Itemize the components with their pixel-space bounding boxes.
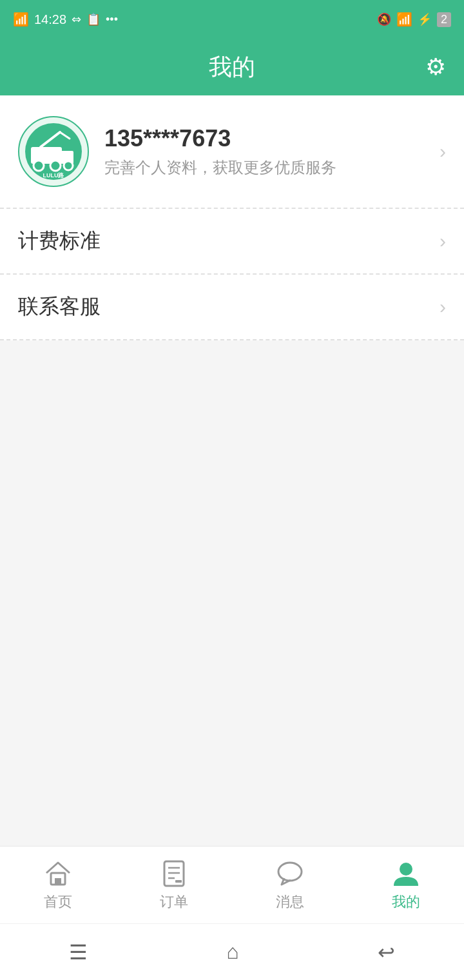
tab-orders-label: 订单 (160, 892, 188, 912)
svg-text:LULU路: LULU路 (43, 172, 65, 179)
profile-arrow: › (440, 141, 446, 162)
profile-icon (391, 859, 421, 888)
bottom-navigation: 首页 订单 消息 我的 (0, 846, 464, 923)
messages-icon (275, 859, 305, 888)
svg-point-5 (34, 161, 44, 171)
status-bar-left: 📶 14:28 ⇔ 📋 ••• (13, 12, 118, 27)
sys-home-button[interactable]: ⌂ (207, 934, 258, 970)
charge-icon: ⚡ (418, 12, 432, 26)
svg-point-7 (64, 161, 73, 170)
menu-arrow-pricing: › (440, 230, 446, 252)
extra-icon: ••• (106, 13, 118, 26)
profile-section[interactable]: LULU路 135****7673 完善个人资料，获取更多优质服务 › (0, 95, 464, 208)
time-display: 14:28 (34, 12, 66, 27)
svg-point-17 (400, 863, 412, 876)
signal-icon: 📶 (13, 12, 29, 27)
page-title: 我的 (209, 52, 255, 83)
tab-messages-label: 消息 (276, 892, 304, 912)
svg-point-6 (50, 161, 61, 171)
menu-arrow-support: › (440, 296, 446, 318)
system-nav-bar: ☰ ⌂ ↩ (0, 923, 464, 980)
tab-home-label: 首页 (44, 892, 72, 912)
tab-messages[interactable]: 消息 (232, 859, 348, 912)
sys-menu-button[interactable]: ☰ (50, 934, 107, 971)
settings-icon[interactable]: ⚙ (425, 54, 446, 81)
notification-icon: 📋 (86, 12, 101, 26)
menu-item-pricing[interactable]: 计费标准 › (0, 209, 464, 273)
wifi-icon: 📶 (396, 12, 412, 27)
content-area: LULU路 135****7673 完善个人资料，获取更多优质服务 › 计费标准… (0, 95, 464, 340)
svg-rect-10 (55, 878, 61, 885)
sys-home-icon: ⌂ (226, 940, 238, 964)
avatar: LULU路 (18, 116, 89, 187)
profile-phone: 135****7673 (104, 125, 424, 152)
home-icon (43, 859, 73, 888)
page-header: 我的 ⚙ (0, 39, 464, 95)
bluetooth-icon: ⇔ (72, 12, 81, 26)
profile-info: 135****7673 完善个人资料，获取更多优质服务 (104, 125, 424, 178)
divider-3 (0, 339, 464, 340)
menu-item-support[interactable]: 联系客服 › (0, 275, 464, 339)
silent-icon: 🔕 (377, 12, 391, 26)
status-bar: 📶 14:28 ⇔ 📋 ••• 🔕 📶 ⚡ 2 (0, 0, 464, 39)
svg-rect-15 (175, 880, 182, 883)
tab-orders[interactable]: 订单 (116, 859, 232, 912)
tab-profile[interactable]: 我的 (348, 859, 464, 912)
tab-profile-label: 我的 (392, 892, 420, 912)
profile-subtitle: 完善个人资料，获取更多优质服务 (104, 157, 424, 178)
menu-label-support: 联系客服 (18, 293, 101, 321)
tab-home[interactable]: 首页 (0, 859, 116, 912)
menu-label-pricing: 计费标准 (18, 227, 101, 255)
svg-point-16 (278, 863, 302, 881)
orders-icon (159, 859, 189, 888)
sys-back-icon: ↩ (378, 940, 395, 965)
menu-icon: ☰ (69, 940, 88, 965)
brand-logo: LULU路 (24, 122, 82, 181)
battery-icon: 2 (437, 12, 451, 27)
sys-back-button[interactable]: ↩ (358, 934, 414, 971)
status-bar-right: 🔕 📶 ⚡ 2 (377, 12, 451, 27)
